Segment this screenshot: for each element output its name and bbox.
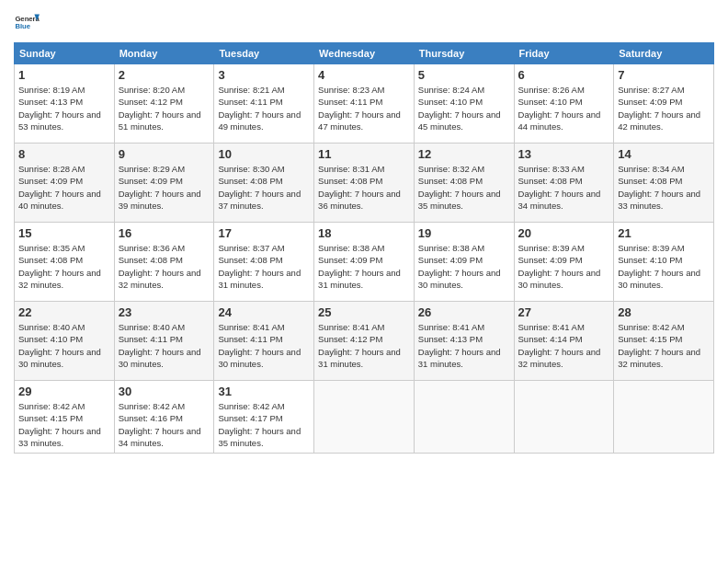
col-header-sunday: Sunday <box>15 43 115 64</box>
calendar-cell: 5 Sunrise: 8:24 AM Sunset: 4:10 PM Dayli… <box>414 64 514 144</box>
day-info: Sunrise: 8:39 AM Sunset: 4:10 PM Dayligh… <box>618 242 710 291</box>
day-info: Sunrise: 8:26 AM Sunset: 4:10 PM Dayligh… <box>518 84 610 132</box>
calendar-cell: 17 Sunrise: 8:37 AM Sunset: 4:08 PM Dayl… <box>214 223 314 302</box>
day-info: Sunrise: 8:31 AM Sunset: 4:08 PM Dayligh… <box>318 163 410 212</box>
calendar-cell <box>414 381 514 454</box>
day-info: Sunrise: 8:29 AM Sunset: 4:09 PM Dayligh… <box>119 163 210 212</box>
day-info: Sunrise: 8:42 AM Sunset: 4:16 PM Dayligh… <box>119 400 210 449</box>
day-info: Sunrise: 8:37 AM Sunset: 4:08 PM Dayligh… <box>218 242 310 291</box>
calendar-cell <box>614 381 714 454</box>
calendar-cell: 25 Sunrise: 8:41 AM Sunset: 4:12 PM Dayl… <box>314 302 415 381</box>
day-info: Sunrise: 8:34 AM Sunset: 4:08 PM Dayligh… <box>618 163 710 212</box>
day-number: 31 <box>218 385 310 398</box>
calendar-cell: 11 Sunrise: 8:31 AM Sunset: 4:08 PM Dayl… <box>314 144 415 223</box>
day-info: Sunrise: 8:42 AM Sunset: 4:15 PM Dayligh… <box>18 400 110 449</box>
calendar-cell: 19 Sunrise: 8:38 AM Sunset: 4:09 PM Dayl… <box>414 223 514 302</box>
day-number: 28 <box>618 305 710 319</box>
calendar-cell: 24 Sunrise: 8:41 AM Sunset: 4:11 PM Dayl… <box>214 302 314 381</box>
calendar-cell: 30 Sunrise: 8:42 AM Sunset: 4:16 PM Dayl… <box>114 381 214 454</box>
calendar-cell: 15 Sunrise: 8:35 AM Sunset: 4:08 PM Dayl… <box>15 223 115 302</box>
day-info: Sunrise: 8:32 AM Sunset: 4:08 PM Dayligh… <box>418 163 510 212</box>
calendar-cell: 22 Sunrise: 8:40 AM Sunset: 4:10 PM Dayl… <box>15 302 115 381</box>
day-number: 14 <box>618 147 710 161</box>
day-number: 4 <box>318 68 410 82</box>
day-info: Sunrise: 8:41 AM Sunset: 4:11 PM Dayligh… <box>218 321 310 370</box>
calendar-cell: 23 Sunrise: 8:40 AM Sunset: 4:11 PM Dayl… <box>114 302 214 381</box>
calendar-cell: 8 Sunrise: 8:28 AM Sunset: 4:09 PM Dayli… <box>15 144 115 223</box>
day-number: 3 <box>218 68 310 82</box>
day-number: 9 <box>119 147 210 161</box>
day-info: Sunrise: 8:28 AM Sunset: 4:09 PM Dayligh… <box>18 163 110 212</box>
calendar-cell: 12 Sunrise: 8:32 AM Sunset: 4:08 PM Dayl… <box>414 144 514 223</box>
day-info: Sunrise: 8:30 AM Sunset: 4:08 PM Dayligh… <box>218 163 310 212</box>
day-number: 5 <box>418 68 510 82</box>
calendar-cell: 3 Sunrise: 8:21 AM Sunset: 4:11 PM Dayli… <box>214 64 314 144</box>
day-number: 7 <box>618 68 710 82</box>
day-number: 18 <box>318 226 410 240</box>
day-number: 19 <box>418 226 510 240</box>
calendar-cell: 27 Sunrise: 8:41 AM Sunset: 4:14 PM Dayl… <box>514 302 614 381</box>
day-info: Sunrise: 8:38 AM Sunset: 4:09 PM Dayligh… <box>318 242 410 291</box>
logo-icon: General Blue <box>14 9 40 35</box>
calendar-cell: 20 Sunrise: 8:39 AM Sunset: 4:09 PM Dayl… <box>514 223 614 302</box>
day-info: Sunrise: 8:41 AM Sunset: 4:12 PM Dayligh… <box>318 321 410 370</box>
day-number: 27 <box>518 305 610 319</box>
calendar-week-3: 22 Sunrise: 8:40 AM Sunset: 4:10 PM Dayl… <box>15 302 714 381</box>
col-header-wednesday: Wednesday <box>314 43 415 64</box>
calendar-cell: 2 Sunrise: 8:20 AM Sunset: 4:12 PM Dayli… <box>114 64 214 144</box>
col-header-monday: Monday <box>114 43 214 64</box>
day-number: 2 <box>119 68 210 82</box>
day-number: 24 <box>218 305 310 319</box>
day-info: Sunrise: 8:41 AM Sunset: 4:13 PM Dayligh… <box>418 321 510 370</box>
day-info: Sunrise: 8:36 AM Sunset: 4:08 PM Dayligh… <box>119 242 210 291</box>
day-info: Sunrise: 8:39 AM Sunset: 4:09 PM Dayligh… <box>518 242 610 291</box>
calendar-cell: 26 Sunrise: 8:41 AM Sunset: 4:13 PM Dayl… <box>414 302 514 381</box>
header: General Blue <box>14 9 714 35</box>
day-info: Sunrise: 8:35 AM Sunset: 4:08 PM Dayligh… <box>18 242 110 291</box>
day-number: 22 <box>18 305 110 319</box>
calendar-cell: 28 Sunrise: 8:42 AM Sunset: 4:15 PM Dayl… <box>614 302 714 381</box>
day-info: Sunrise: 8:19 AM Sunset: 4:13 PM Dayligh… <box>18 84 110 132</box>
day-info: Sunrise: 8:21 AM Sunset: 4:11 PM Dayligh… <box>218 84 310 132</box>
calendar-cell: 1 Sunrise: 8:19 AM Sunset: 4:13 PM Dayli… <box>15 64 115 144</box>
calendar-cell <box>514 381 614 454</box>
day-info: Sunrise: 8:40 AM Sunset: 4:10 PM Dayligh… <box>18 321 110 370</box>
calendar-week-1: 8 Sunrise: 8:28 AM Sunset: 4:09 PM Dayli… <box>15 144 714 223</box>
col-header-thursday: Thursday <box>414 43 514 64</box>
day-number: 30 <box>119 385 210 398</box>
day-number: 8 <box>18 147 110 161</box>
day-info: Sunrise: 8:41 AM Sunset: 4:14 PM Dayligh… <box>518 321 610 370</box>
page: General Blue SundayMondayTuesdayWednesda… <box>0 0 728 563</box>
day-number: 29 <box>18 385 110 398</box>
calendar-cell: 4 Sunrise: 8:23 AM Sunset: 4:11 PM Dayli… <box>314 64 415 144</box>
day-number: 1 <box>18 68 110 82</box>
calendar-cell: 7 Sunrise: 8:27 AM Sunset: 4:09 PM Dayli… <box>614 64 714 144</box>
col-header-tuesday: Tuesday <box>214 43 314 64</box>
calendar-cell: 10 Sunrise: 8:30 AM Sunset: 4:08 PM Dayl… <box>214 144 314 223</box>
day-number: 6 <box>518 68 610 82</box>
day-number: 17 <box>218 226 310 240</box>
day-number: 25 <box>318 305 410 319</box>
svg-text:Blue: Blue <box>15 22 30 30</box>
calendar-cell: 6 Sunrise: 8:26 AM Sunset: 4:10 PM Dayli… <box>514 64 614 144</box>
day-number: 23 <box>119 305 210 319</box>
calendar-cell: 21 Sunrise: 8:39 AM Sunset: 4:10 PM Dayl… <box>614 223 714 302</box>
day-info: Sunrise: 8:42 AM Sunset: 4:17 PM Dayligh… <box>218 400 310 449</box>
day-info: Sunrise: 8:42 AM Sunset: 4:15 PM Dayligh… <box>618 321 710 370</box>
day-number: 12 <box>418 147 510 161</box>
day-number: 15 <box>18 226 110 240</box>
day-number: 16 <box>119 226 210 240</box>
calendar-cell <box>314 381 415 454</box>
day-number: 13 <box>518 147 610 161</box>
calendar-cell: 9 Sunrise: 8:29 AM Sunset: 4:09 PM Dayli… <box>114 144 214 223</box>
calendar-cell: 29 Sunrise: 8:42 AM Sunset: 4:15 PM Dayl… <box>15 381 115 454</box>
day-number: 20 <box>518 226 610 240</box>
calendar-week-2: 15 Sunrise: 8:35 AM Sunset: 4:08 PM Dayl… <box>15 223 714 302</box>
col-header-saturday: Saturday <box>614 43 714 64</box>
calendar-cell: 14 Sunrise: 8:34 AM Sunset: 4:08 PM Dayl… <box>614 144 714 223</box>
day-info: Sunrise: 8:38 AM Sunset: 4:09 PM Dayligh… <box>418 242 510 291</box>
calendar-cell: 13 Sunrise: 8:33 AM Sunset: 4:08 PM Dayl… <box>514 144 614 223</box>
calendar-week-0: 1 Sunrise: 8:19 AM Sunset: 4:13 PM Dayli… <box>15 64 714 144</box>
calendar-header-row: SundayMondayTuesdayWednesdayThursdayFrid… <box>15 43 714 64</box>
day-number: 11 <box>318 147 410 161</box>
